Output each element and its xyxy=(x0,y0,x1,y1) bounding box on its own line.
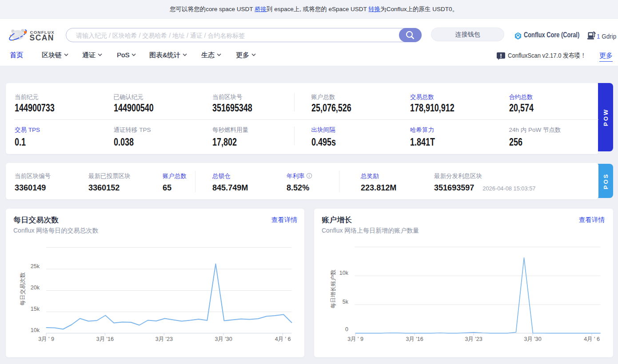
svg-text:3月 '30: 3月 '30 xyxy=(524,336,541,342)
svg-text:25k: 25k xyxy=(31,263,40,269)
svg-text:15k: 15k xyxy=(31,306,40,312)
svg-text:0: 0 xyxy=(345,326,348,332)
svg-text:10k: 10k xyxy=(339,270,349,276)
svg-text:每日增长账户数: 每日增长账户数 xyxy=(330,269,336,309)
svg-text:3月 '23: 3月 '23 xyxy=(155,336,173,342)
svg-text:3月 '16: 3月 '16 xyxy=(406,336,423,342)
svg-text:4月 ' 6: 4月 ' 6 xyxy=(275,336,291,342)
svg-text:3月 '16: 3月 '16 xyxy=(96,336,114,342)
svg-text:5k: 5k xyxy=(343,299,349,305)
svg-text:3月 ' 9: 3月 ' 9 xyxy=(38,336,54,342)
svg-text:SCAN: SCAN xyxy=(30,33,55,42)
svg-text:10k: 10k xyxy=(31,327,40,333)
svg-text:3月 ' 9: 3月 ' 9 xyxy=(347,336,363,342)
svg-text:3月 '23: 3月 '23 xyxy=(465,336,482,342)
svg-text:4月 ' 6: 4月 ' 6 xyxy=(584,336,600,342)
svg-text:每日交易次数: 每日交易次数 xyxy=(20,272,26,306)
svg-text:3月 '30: 3月 '30 xyxy=(215,336,232,342)
svg-text:20k: 20k xyxy=(31,285,40,291)
